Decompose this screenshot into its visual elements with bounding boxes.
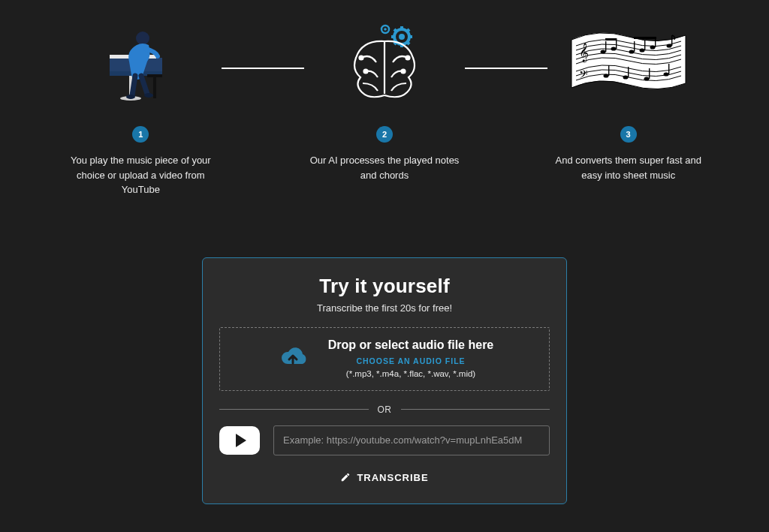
svg-rect-49	[668, 64, 669, 74]
try-it-panel: Try it yourself Transcribe the first 20s…	[202, 257, 567, 505]
svg-point-44	[623, 75, 628, 79]
step-3: 𝄞 𝄢 3 And conver	[547, 15, 709, 182]
svg-point-30	[611, 47, 616, 50]
youtube-url-input[interactable]	[273, 425, 550, 455]
svg-point-24	[364, 70, 368, 74]
or-divider: OR	[219, 404, 550, 415]
svg-point-8	[126, 95, 135, 99]
cloud-upload-icon	[276, 344, 310, 372]
svg-point-40	[666, 44, 671, 47]
sheet-music-icon: 𝄞 𝄢	[568, 15, 689, 105]
svg-text:𝄞: 𝄞	[579, 43, 589, 63]
panel-subtitle: Transcribe the first 20s for free!	[219, 302, 550, 314]
svg-point-21	[384, 28, 387, 31]
panel-title: Try it yourself	[219, 275, 550, 298]
step-number-badge: 1	[132, 126, 149, 143]
svg-point-35	[639, 48, 644, 52]
youtube-icon	[219, 426, 260, 455]
svg-text:𝄢: 𝄢	[579, 68, 588, 83]
svg-line-17	[406, 41, 409, 44]
svg-point-46	[644, 77, 649, 80]
svg-point-42	[603, 74, 608, 77]
svg-rect-39	[634, 37, 656, 39]
svg-line-16	[394, 29, 397, 32]
step-2: 2 Our AI processes the played notes and …	[304, 15, 466, 182]
svg-rect-41	[671, 35, 672, 46]
transcribe-label: TRANSCRIBE	[357, 472, 428, 483]
svg-point-28	[600, 50, 605, 53]
svg-rect-34	[634, 41, 635, 52]
supported-extensions: (*.mp3, *.m4a, *.flac, *.wav, *.mid)	[328, 369, 494, 378]
step-description: And converts them super fast and easy in…	[547, 153, 709, 182]
svg-point-48	[663, 72, 668, 76]
choose-file-link[interactable]: CHOOSE AN AUDIO FILE	[328, 356, 494, 365]
svg-point-9	[144, 93, 153, 98]
step-description: Our AI processes the played notes and ch…	[304, 153, 466, 182]
svg-point-23	[406, 56, 410, 60]
step-number-badge: 3	[620, 126, 637, 143]
piano-player-icon	[99, 15, 182, 105]
svg-rect-43	[608, 65, 609, 76]
svg-rect-47	[649, 68, 650, 79]
connector-line	[222, 68, 304, 69]
svg-point-7	[136, 32, 149, 45]
dropzone-title: Drop or select audio file here	[328, 338, 494, 352]
step-1: 1 You play the music piece of your choic…	[60, 15, 222, 197]
svg-point-33	[629, 50, 634, 53]
svg-rect-45	[628, 67, 629, 77]
transcribe-button[interactable]: TRANSCRIBE	[340, 472, 428, 483]
svg-rect-36	[644, 40, 645, 50]
svg-rect-29	[605, 41, 606, 52]
svg-point-22	[360, 56, 363, 60]
step-number-badge: 2	[376, 126, 393, 143]
svg-point-37	[650, 45, 655, 49]
or-label: OR	[369, 404, 401, 415]
svg-rect-5	[153, 76, 156, 98]
svg-point-25	[402, 70, 406, 74]
audio-dropzone[interactable]: Drop or select audio file here CHOOSE AN…	[219, 327, 550, 391]
how-it-works-steps: 1 You play the music piece of your choic…	[0, 0, 769, 197]
svg-point-11	[399, 34, 405, 40]
svg-rect-6	[147, 74, 162, 77]
svg-line-18	[406, 29, 409, 32]
connector-line	[465, 68, 547, 69]
svg-rect-32	[605, 38, 617, 41]
ai-brain-icon	[343, 15, 426, 105]
step-description: You play the music piece of your choice …	[60, 153, 222, 197]
pencil-icon	[340, 472, 351, 482]
